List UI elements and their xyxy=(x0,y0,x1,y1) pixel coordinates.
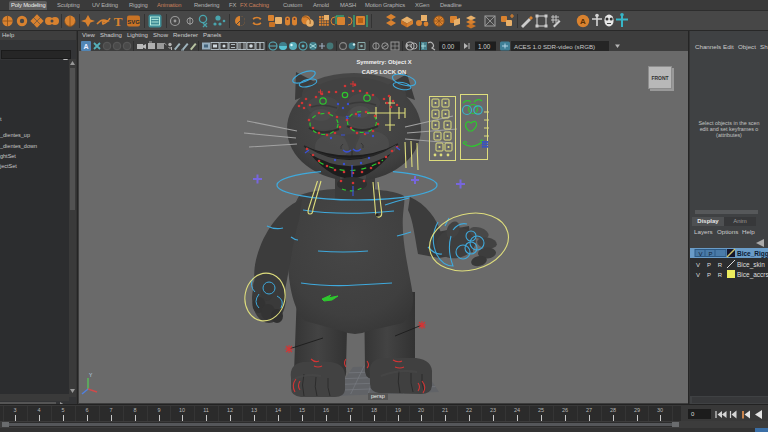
svg-text:T: T xyxy=(114,14,123,29)
svg-text:V: V xyxy=(698,251,702,257)
svg-text:A: A xyxy=(580,17,586,26)
svg-text:Bice_accrs: Bice_accrs xyxy=(737,271,768,279)
svg-text:P: P xyxy=(708,251,712,257)
svg-text:P: P xyxy=(707,272,711,278)
svg-text:SVG: SVG xyxy=(127,19,140,25)
svg-text:P: P xyxy=(707,262,711,268)
svg-text:0.00: 0.00 xyxy=(442,43,455,50)
svg-text:ACES 1.0 SDR-video (sRGB): ACES 1.0 SDR-video (sRGB) xyxy=(514,43,595,50)
svg-text:Y: Y xyxy=(89,372,93,378)
svg-text:Bice_skin: Bice_skin xyxy=(737,261,765,269)
svg-text:R: R xyxy=(718,272,723,278)
svg-text:V: V xyxy=(696,262,700,268)
svg-text:A: A xyxy=(83,43,88,50)
svg-text:R: R xyxy=(718,262,723,268)
svg-text:V: V xyxy=(696,272,700,278)
svg-text:Bice_Rigg: Bice_Rigg xyxy=(737,250,768,258)
svg-text:1.00: 1.00 xyxy=(478,43,491,50)
